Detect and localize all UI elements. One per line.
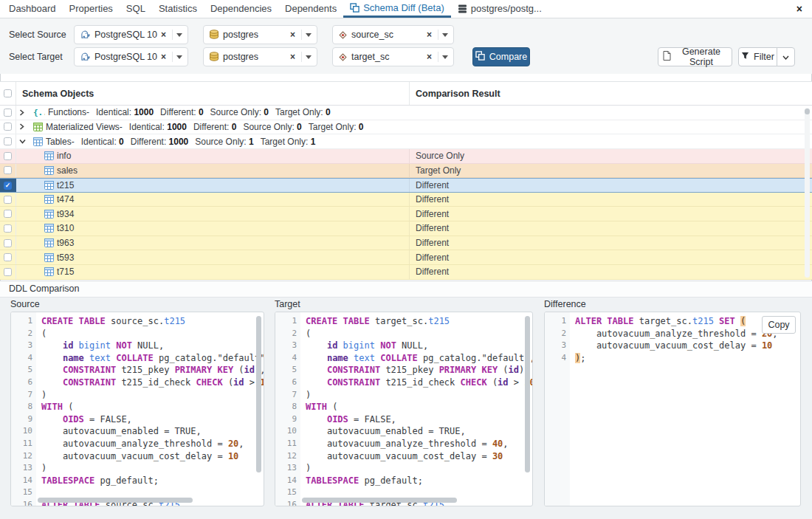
caret-down-icon[interactable] xyxy=(442,33,448,37)
group-stat-value: 1000 xyxy=(169,137,189,147)
row-checkbox-cell xyxy=(0,164,16,178)
group-stat: Different: 0 xyxy=(160,107,204,117)
filter-button[interactable]: Filter xyxy=(738,47,777,66)
tab-database-label: postgres/postg... xyxy=(471,0,542,18)
clear-selection-icon[interactable]: × xyxy=(424,52,434,62)
code-token: autovacuum_vacuum_cost_delay = xyxy=(306,451,492,461)
row-checkbox[interactable] xyxy=(4,137,12,145)
group-row-materialized-views[interactable]: Materialized Views - Identical: 1000Diff… xyxy=(0,120,812,135)
table-row-info[interactable]: infoSource Only xyxy=(0,149,812,164)
clear-selection-icon[interactable]: × xyxy=(288,30,297,40)
vertical-scrollbar-thumb[interactable] xyxy=(256,316,261,472)
row-checkbox[interactable] xyxy=(4,268,12,276)
target-database-select[interactable]: postgres× xyxy=(203,47,317,66)
schema-diff-icon xyxy=(350,3,359,13)
row-checkbox[interactable] xyxy=(4,224,12,233)
tab-schema-diff[interactable]: Schema Diff (Beta) xyxy=(343,0,451,18)
tab-properties[interactable]: Properties xyxy=(63,0,120,18)
row-checkbox[interactable] xyxy=(4,196,12,204)
table-row-t593[interactable]: t593Different xyxy=(0,250,812,265)
row-checkbox[interactable] xyxy=(4,123,12,131)
column-comparison-result[interactable]: Comparison Result xyxy=(410,82,812,105)
tab-dependencies[interactable]: Dependencies xyxy=(204,0,278,18)
code-token: ( xyxy=(63,402,73,412)
row-checkbox[interactable] xyxy=(4,210,12,218)
table-icon xyxy=(44,267,54,276)
code-token xyxy=(41,340,63,351)
horizontal-scrollbar-thumb[interactable] xyxy=(302,498,457,503)
caret-down-icon[interactable] xyxy=(306,33,312,37)
panel-close-icon[interactable]: × xyxy=(787,0,812,18)
source-server-select[interactable]: PostgreSQL 10× xyxy=(74,25,188,44)
group-row-functions[interactable]: {..}Functions - Identical: 1000Different… xyxy=(0,106,812,120)
line-number: 16 xyxy=(275,499,297,506)
row-checkbox[interactable]: ✓ xyxy=(4,182,12,190)
group-stat-value: 0 xyxy=(297,122,302,132)
tab-database[interactable]: postgres/postg... xyxy=(451,0,548,18)
grid-scrollbar-thumb[interactable] xyxy=(805,109,810,114)
caret-down-icon[interactable] xyxy=(176,33,182,37)
group-stat-value: 1 xyxy=(311,137,316,147)
chevron-down-icon[interactable] xyxy=(19,139,28,145)
target-schema-select[interactable]: target_sc× xyxy=(332,47,454,66)
table-row-t310[interactable]: t310Different xyxy=(0,221,812,236)
grid-scrollbar-track[interactable] xyxy=(805,108,810,278)
tab-statistics[interactable]: Statistics xyxy=(152,0,204,18)
clear-selection-icon[interactable]: × xyxy=(288,52,297,62)
tab-dependents[interactable]: Dependents xyxy=(278,0,343,18)
table-icon xyxy=(44,181,54,190)
target-ddl-editor[interactable]: 1CREATE TABLE target_sc.t2152(3 id bigin… xyxy=(275,312,533,506)
tab-dashboard[interactable]: Dashboard xyxy=(0,0,63,18)
table-row-sales[interactable]: salesTarget Only xyxy=(0,164,812,179)
code-token xyxy=(41,377,63,388)
code-token: ) xyxy=(306,390,311,400)
table-row-t934[interactable]: t934Different xyxy=(0,207,812,221)
code-token: COLLATE xyxy=(380,353,418,363)
clear-selection-icon[interactable]: × xyxy=(424,30,434,40)
table-icon xyxy=(44,238,54,247)
table-row-t963[interactable]: t963Different xyxy=(0,236,812,251)
caret-down-icon[interactable] xyxy=(442,55,448,59)
horizontal-scrollbar-thumb[interactable] xyxy=(38,498,193,503)
table-row-t215[interactable]: ✓t215Different xyxy=(0,178,812,193)
row-checkbox[interactable] xyxy=(4,166,12,174)
code-token: id xyxy=(244,365,255,375)
column-schema-objects[interactable]: Schema Objects xyxy=(16,82,410,105)
select-all-checkbox[interactable] xyxy=(4,89,12,97)
source-database-select[interactable]: postgres× xyxy=(203,25,317,44)
comparison-result-cell: Target Only xyxy=(410,164,812,178)
code-token: ( xyxy=(41,329,47,339)
source-schema-select[interactable]: source_sc× xyxy=(332,25,454,44)
filter-dropdown-button[interactable] xyxy=(777,47,795,66)
group-row-tables[interactable]: Tables - Identical: 0Different: 1000Sour… xyxy=(0,134,812,149)
row-checkbox[interactable] xyxy=(4,253,12,261)
table-row-t715[interactable]: t715Different xyxy=(0,265,812,280)
code-token: OIDS xyxy=(63,414,84,425)
row-checkbox[interactable] xyxy=(4,239,12,247)
schema-object-cell: t963 xyxy=(16,236,410,250)
caret-down-icon[interactable] xyxy=(306,55,312,59)
selected-value: PostgreSQL 10 xyxy=(94,30,159,40)
copy-button[interactable]: Copy xyxy=(762,316,796,334)
caret-down-icon[interactable] xyxy=(176,55,182,59)
generate-script-button[interactable]: Generate Script xyxy=(658,47,732,66)
table-row-t474[interactable]: t474Different xyxy=(0,193,812,207)
vertical-scrollbar-thumb[interactable] xyxy=(525,316,530,472)
difference-ddl-editor[interactable]: 1ALTER TABLE target_sc.t215 SET (2 autov… xyxy=(544,312,801,506)
document-icon xyxy=(663,51,671,63)
code-token: 10 xyxy=(762,340,772,351)
target-server-select[interactable]: PostgreSQL 10× xyxy=(74,47,188,66)
source-ddl-editor[interactable]: 1CREATE TABLE source_sc.t2152(3 id bigin… xyxy=(10,312,264,506)
select-divider xyxy=(301,52,302,62)
chevron-right-icon[interactable] xyxy=(19,123,28,130)
line-number: 6 xyxy=(275,377,297,389)
row-checkbox[interactable] xyxy=(4,152,12,160)
code-token: 30 xyxy=(492,451,503,461)
code-area: 1CREATE TABLE source_sc.t2152(3 id bigin… xyxy=(11,312,264,506)
chevron-right-icon[interactable] xyxy=(19,109,28,116)
tab-sql[interactable]: SQL xyxy=(120,0,152,18)
clear-selection-icon[interactable]: × xyxy=(159,52,168,62)
row-checkbox[interactable] xyxy=(4,109,12,117)
compare-button[interactable]: Compare xyxy=(472,47,530,66)
clear-selection-icon[interactable]: × xyxy=(159,30,168,40)
